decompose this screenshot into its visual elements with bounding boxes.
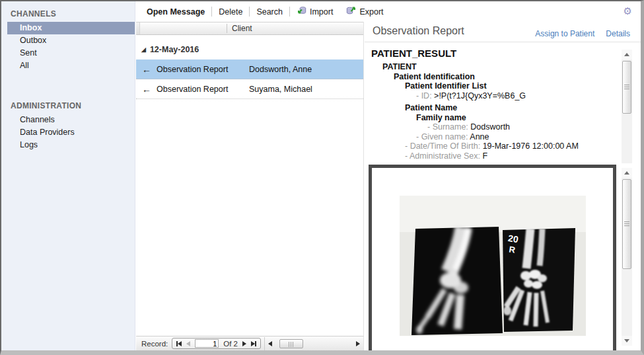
- incoming-message-icon: ←: [142, 64, 157, 75]
- column-separator: [227, 24, 227, 33]
- delete-button[interactable]: Delete: [212, 7, 249, 17]
- next-record-button[interactable]: [242, 341, 246, 346]
- report-links: Assign to Patient Details: [535, 29, 630, 38]
- export-label: Export: [359, 7, 383, 17]
- message-row[interactable]: ← Observation Report Suyama, Michael: [136, 79, 363, 99]
- group-date-label: 12-May-2016: [150, 45, 199, 54]
- export-button[interactable]: Export: [340, 6, 390, 17]
- scroll-down-arrow[interactable]: [622, 336, 632, 346]
- film-marker-text: 20: [507, 233, 519, 245]
- xray-image-container: 20 R: [369, 165, 616, 350]
- record-nav-group: Of 2: [172, 338, 261, 349]
- xray-image: 20 R: [400, 196, 586, 336]
- open-message-button[interactable]: Open Message: [140, 7, 211, 17]
- sidebar-item-outbox[interactable]: Outbox: [1, 34, 135, 47]
- record-total-label: Of 2: [223, 340, 238, 348]
- search-button[interactable]: Search: [250, 7, 289, 17]
- import-label: Import: [310, 7, 333, 17]
- client-column-label: Client: [232, 22, 252, 35]
- image-scrollbar[interactable]: [622, 168, 632, 346]
- tree-node-patient-identifier-list: Patient Identifier List: [371, 81, 611, 91]
- scroll-left-arrow[interactable]: [268, 341, 272, 346]
- sidebar-item-all[interactable]: All: [1, 59, 135, 72]
- sidebar: CHANNELS Inbox Outbox Sent All ADMINISTR…: [1, 1, 135, 350]
- scroll-up-arrow[interactable]: [622, 168, 632, 178]
- tree-field-administrative-sex: - Administrative Sex: F: [371, 151, 611, 161]
- tree-field-surname: - Surname: Dodsworth: [371, 122, 611, 132]
- sidebar-item-logs[interactable]: Logs: [1, 139, 135, 151]
- horizontal-scrollbar[interactable]: [264, 337, 363, 350]
- list-column-header[interactable]: Client: [136, 22, 363, 35]
- tree-node-patient-result: PATIENT_RESULT: [371, 47, 611, 59]
- tree-node-patient-name: Patient Name: [371, 103, 611, 113]
- app-window: CHANNELS Inbox Outbox Sent All ADMINISTR…: [0, 0, 644, 355]
- export-icon: [346, 6, 356, 17]
- date-group-header[interactable]: ◢12-May-2016: [141, 45, 363, 54]
- tree-field-date-of-birth: - Date/Time Of Birth: 19-Mar-1976 12:00:…: [371, 141, 611, 151]
- horizontal-scrollbar-thumb[interactable]: [279, 339, 303, 348]
- tree-scrollbar-thumb[interactable]: [622, 61, 631, 114]
- report-title: Observation Report: [373, 25, 464, 37]
- record-number-input[interactable]: [195, 339, 219, 348]
- settings-gear-icon[interactable]: ⚙: [624, 5, 632, 17]
- first-record-button[interactable]: [176, 341, 182, 346]
- toolbar: Open Message Delete Search Import: [136, 1, 641, 22]
- message-row[interactable]: ← Observation Report Dodsworth, Anne: [136, 59, 363, 79]
- record-navigator: Record: Of 2: [136, 336, 364, 350]
- tree-node-family-name: Family name: [371, 113, 611, 123]
- details-link[interactable]: Details: [606, 29, 630, 38]
- record-label: Record:: [141, 340, 168, 348]
- administration-section-title: ADMINISTRATION: [1, 93, 135, 114]
- assign-to-patient-link[interactable]: Assign to Patient: [535, 29, 594, 38]
- message-type: Observation Report: [157, 65, 249, 74]
- image-scrollbar-thumb[interactable]: [622, 179, 631, 269]
- incoming-message-icon: ←: [142, 84, 157, 95]
- report-header: Observation Report Assign to Patient Det…: [365, 22, 641, 42]
- previous-record-button[interactable]: [186, 341, 190, 346]
- tree-field-given-name: - Given name: Anne: [371, 132, 611, 142]
- message-type: Observation Report: [157, 85, 249, 94]
- scroll-up-arrow[interactable]: [622, 50, 632, 59]
- message-client: Suyama, Michael: [249, 85, 363, 94]
- import-button[interactable]: Import: [290, 6, 340, 17]
- sidebar-item-data-providers[interactable]: Data Providers: [1, 126, 135, 139]
- group-expander-icon[interactable]: ◢: [141, 46, 146, 53]
- tree-node-patient-identification: Patient Identification: [371, 72, 611, 82]
- channels-section-title: CHANNELS: [1, 1, 135, 22]
- message-client: Dodsworth, Anne: [249, 65, 363, 74]
- tree-field-id: - ID: >!P(t?1J{Qyx3Y=%B6_G: [371, 91, 611, 101]
- scroll-right-arrow[interactable]: [356, 341, 360, 346]
- sidebar-item-sent[interactable]: Sent: [1, 47, 135, 59]
- import-icon: [297, 6, 306, 17]
- tree-node-patient: PATIENT: [371, 62, 611, 72]
- sidebar-item-inbox[interactable]: Inbox: [7, 22, 135, 34]
- icon-column-header: [136, 22, 140, 34]
- message-list-pane: Client ◢12-May-2016 ← Observation Report…: [136, 22, 364, 336]
- tree-scrollbar[interactable]: [622, 50, 632, 163]
- report-pane: Observation Report Assign to Patient Det…: [365, 22, 641, 350]
- last-record-button[interactable]: [251, 341, 256, 346]
- sidebar-item-channels[interactable]: Channels: [1, 114, 135, 126]
- patient-result-tree: PATIENT_RESULT PATIENT Patient Identific…: [371, 47, 611, 161]
